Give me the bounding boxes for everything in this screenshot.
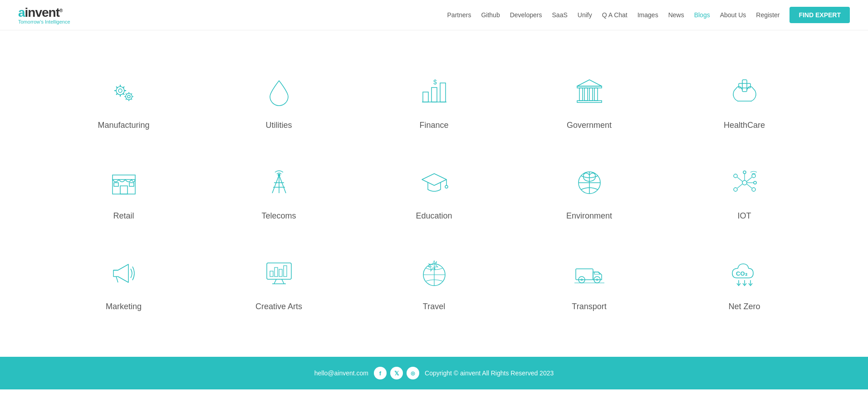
- svg-line-65: [282, 279, 284, 284]
- svg-rect-67: [270, 271, 273, 277]
- svg-rect-35: [120, 186, 128, 194]
- nav-images[interactable]: Images: [638, 11, 658, 19]
- category-iot[interactable]: IOT: [669, 148, 820, 230]
- svg-line-9: [116, 93, 118, 95]
- svg-line-38: [272, 175, 279, 193]
- nav-register[interactable]: Register: [756, 11, 780, 19]
- megaphone-icon: [103, 253, 144, 294]
- nav-developers[interactable]: Developers: [510, 11, 542, 19]
- svg-line-19: [126, 99, 127, 100]
- find-expert-button[interactable]: FIND EXPERT: [790, 7, 850, 23]
- facebook-icon[interactable]: f: [374, 367, 387, 379]
- logo-text: ainvent®: [18, 5, 70, 20]
- svg-point-10: [126, 93, 132, 100]
- health-icon: [724, 72, 765, 112]
- svg-text:$: $: [433, 78, 437, 86]
- nav-blogs[interactable]: Blogs: [694, 11, 710, 19]
- twitter-icon[interactable]: 𝕏: [390, 367, 403, 379]
- travel-label: Travel: [423, 302, 445, 311]
- svg-line-39: [279, 175, 286, 193]
- svg-line-18: [131, 93, 132, 94]
- main-nav: Partners Github Developers SaaS Unify Q …: [447, 7, 850, 23]
- nav-saas[interactable]: SaaS: [552, 11, 568, 19]
- net-zero-label: Net Zero: [728, 302, 760, 311]
- categories-grid: Manufacturing Utilities $: [49, 58, 820, 321]
- svg-rect-20: [423, 92, 428, 102]
- building-icon: [569, 72, 610, 112]
- category-retail[interactable]: Retail: [49, 148, 199, 230]
- gear-icon: [103, 72, 144, 112]
- svg-rect-70: [284, 266, 287, 277]
- svg-line-58: [737, 184, 742, 188]
- monitor-chart-icon: [259, 253, 299, 294]
- svg-rect-36: [114, 183, 118, 186]
- chart-bar-icon: $: [414, 72, 455, 112]
- healthcare-label: HealthCare: [724, 121, 765, 130]
- svg-rect-31: [594, 88, 598, 101]
- category-environment[interactable]: Environment: [514, 148, 665, 230]
- svg-line-17: [131, 99, 132, 100]
- category-travel[interactable]: Travel: [359, 239, 510, 321]
- globe-plane-icon: [414, 253, 455, 294]
- drop-icon: [259, 72, 299, 112]
- category-manufacturing[interactable]: Manufacturing: [49, 58, 199, 139]
- svg-text:CO₂: CO₂: [736, 270, 747, 277]
- category-net-zero[interactable]: CO₂ Net Zero: [669, 239, 820, 321]
- transport-label: Transport: [572, 302, 606, 311]
- retail-label: Retail: [113, 211, 134, 221]
- svg-point-54: [754, 181, 756, 184]
- category-utilities[interactable]: Utilities: [204, 58, 354, 139]
- nav-unify[interactable]: Unify: [578, 11, 592, 19]
- logo[interactable]: ainvent® Tomorrow's Intelligence: [18, 5, 70, 24]
- footer-email[interactable]: hello@ainvent.com: [314, 369, 368, 377]
- svg-point-48: [742, 180, 747, 185]
- nav-partners[interactable]: Partners: [447, 11, 471, 19]
- utilities-label: Utilities: [265, 121, 292, 130]
- nav-about[interactable]: About Us: [720, 11, 746, 19]
- category-transport[interactable]: Transport: [514, 239, 665, 321]
- svg-line-6: [116, 87, 118, 88]
- graduation-icon: [414, 162, 455, 203]
- truck-icon: [569, 253, 610, 294]
- category-government[interactable]: Government: [514, 58, 665, 139]
- svg-rect-29: [584, 88, 588, 101]
- main-content: Manufacturing Utilities $: [0, 30, 868, 357]
- category-creative-arts[interactable]: Creative Arts: [204, 239, 354, 321]
- nav-news[interactable]: News: [668, 11, 684, 19]
- education-label: Education: [416, 211, 452, 221]
- svg-rect-68: [275, 267, 278, 277]
- svg-line-64: [274, 279, 276, 284]
- footer-copyright: Copyright © ainvent All Rights Reserved …: [425, 369, 554, 377]
- category-telecoms[interactable]: Telecoms: [204, 148, 354, 230]
- nav-qa-chat[interactable]: Q A Chat: [602, 11, 628, 19]
- logo-tagline: Tomorrow's Intelligence: [18, 19, 70, 24]
- social-links: f 𝕏 ◎: [374, 367, 419, 379]
- manufacturing-label: Manufacturing: [98, 121, 149, 130]
- svg-line-55: [737, 177, 742, 181]
- category-healthcare[interactable]: HealthCare: [669, 58, 820, 139]
- svg-line-62: [116, 277, 118, 282]
- svg-point-11: [128, 95, 130, 98]
- iot-icon: [724, 162, 765, 203]
- globe-leaf-icon: [569, 162, 610, 203]
- category-finance[interactable]: $ Finance: [359, 58, 510, 139]
- creative-arts-label: Creative Arts: [255, 302, 302, 311]
- category-education[interactable]: Education: [359, 148, 510, 230]
- telecoms-label: Telecoms: [261, 211, 296, 221]
- svg-point-52: [734, 188, 737, 191]
- svg-point-51: [752, 188, 755, 191]
- nav-github[interactable]: Github: [481, 11, 500, 19]
- marketing-label: Marketing: [106, 302, 142, 311]
- svg-line-8: [123, 87, 124, 88]
- svg-rect-32: [742, 80, 747, 92]
- instagram-icon[interactable]: ◎: [407, 367, 419, 379]
- svg-line-57: [747, 184, 752, 188]
- finance-label: Finance: [419, 121, 448, 130]
- category-marketing[interactable]: Marketing: [49, 239, 199, 321]
- svg-marker-25: [577, 80, 602, 86]
- environment-label: Environment: [566, 211, 612, 221]
- svg-rect-22: [440, 83, 446, 102]
- svg-rect-30: [589, 88, 593, 101]
- svg-point-53: [743, 171, 746, 174]
- svg-line-56: [747, 177, 752, 181]
